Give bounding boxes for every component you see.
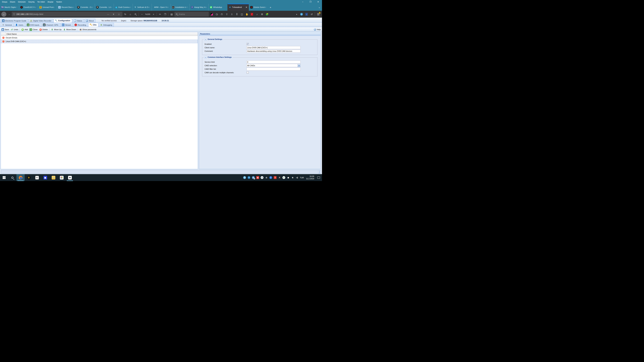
zoom-out-icon[interactable]: −	[140, 12, 144, 16]
tray-skype-dark-icon[interactable]: S	[248, 176, 250, 179]
status-column-header[interactable]	[1, 32, 6, 36]
tray-letter-a-icon[interactable]: A	[278, 176, 281, 179]
minimize-button[interactable]: –	[299, 0, 306, 4]
print-icon[interactable]: ⎙	[220, 12, 224, 16]
taskbar-mpc[interactable]: 321	[33, 174, 41, 181]
delete-button[interactable]: −Delete	[38, 28, 49, 31]
undo-button[interactable]: ↺Undo	[10, 28, 19, 31]
tray-usb-icon[interactable]: ⎙	[265, 176, 268, 179]
service-limit-field[interactable]	[246, 60, 300, 63]
move-down-button[interactable]: ⬇Move Down	[62, 28, 77, 31]
clone-button[interactable]: ❐Clone	[29, 28, 38, 31]
site-info-icon[interactable]: ⓘ	[13, 13, 15, 16]
spheres-extension-icon[interactable]: ◑	[294, 12, 299, 16]
tray-defender-icon[interactable]: ✔	[282, 176, 285, 179]
tvh-subtab-dvb-inputs[interactable]: ▥DVB Inputs	[26, 23, 41, 27]
browser-tab-2[interactable]: 1Unread Posts - L	[38, 4, 57, 11]
tvh-tab-electronic-program-guide[interactable]: ≣Electronic Program Guide	[1, 19, 28, 23]
comment-field[interactable]	[246, 50, 300, 53]
search-input[interactable]: Arama	[174, 12, 209, 16]
menu-görünüm[interactable]: Görünüm	[16, 0, 27, 4]
taskbar-musicbee[interactable]: ʘ	[25, 174, 33, 181]
tvh-subtab-debugging[interactable]: ⚙Debugging	[99, 23, 114, 27]
zoom-in-icon[interactable]: +	[151, 12, 156, 16]
caid-filter-list-field[interactable]	[246, 67, 300, 70]
session-restore-icon[interactable]: ↺	[310, 12, 314, 16]
taskbar-clock[interactable]: 19:3011.2.2019	[306, 175, 315, 180]
browser-tab-0[interactable]: TVMach1 Digital C	[0, 4, 19, 11]
login-link[interactable]: (login)	[121, 19, 126, 22]
client-row-1[interactable]: Linux DVB CAM (CI/CI+)	[1, 39, 198, 43]
menu-araçlar[interactable]: Araçlar	[46, 0, 55, 4]
music-lamp-icon[interactable]: ♪	[255, 12, 259, 16]
browser-tab-10[interactable]: fHangi Maç Hang	[190, 4, 208, 11]
browser-tab-9[interactable]: armInstallation in M	[170, 4, 190, 11]
caid-selection-select[interactable]: All CAIDs∨	[246, 64, 300, 67]
tray-eset-icon[interactable]: e	[260, 176, 264, 179]
browser-tab-1[interactable]: ⏻CoreELEC Forum	[19, 4, 38, 11]
client-name-field[interactable]	[246, 46, 300, 49]
client-row-0[interactable]: Oscam Emulu	[1, 36, 198, 39]
settings-gear-icon[interactable]: ⚙	[260, 12, 264, 16]
browser-tab-8[interactable]: ARM - Open Vision	[152, 4, 170, 11]
taskbar-mail[interactable]: ✉	[66, 174, 74, 181]
library-icon[interactable]: ⫼	[234, 12, 239, 16]
tvh-tab-digital-video-recorder[interactable]: ⇩Digital Video Recorder	[28, 19, 53, 23]
bookmark-star-icon[interactable]: ☆	[117, 12, 121, 16]
tvh-subtab-recording[interactable]: ●Recording	[73, 23, 88, 27]
menu-geçmiş[interactable]: Geçmiş	[27, 0, 36, 4]
browser-tab-11[interactable]: ✆WhatsApp	[208, 4, 228, 11]
dropdown-chevron-icon[interactable]: ∨	[298, 64, 300, 67]
restore-button[interactable]: ❐	[306, 0, 314, 4]
cut-icon[interactable]: ✂	[158, 12, 162, 16]
language-indicator[interactable]: TUR	[300, 177, 304, 179]
tray-temp-monitor-icon[interactable]: ‖	[274, 176, 276, 179]
tray-network-icon[interactable]: ⧉	[291, 176, 294, 179]
browser-tab-7[interactable]: ❦Softcam & Drea	[133, 4, 152, 11]
pocket-icon[interactable]: ⩔	[111, 12, 116, 16]
wand-extension-icon[interactable]: ⁄	[250, 12, 254, 16]
close-button[interactable]: ✕	[314, 0, 322, 4]
import-icon[interactable]: ⇩	[230, 12, 234, 16]
menu-dosya[interactable]: Dosya	[1, 0, 8, 4]
taskbar-firefox[interactable]	[16, 174, 25, 181]
tvh-tab-status[interactable]: ◉Status	[72, 19, 84, 23]
menu-düzen[interactable]: Düzen	[8, 0, 16, 4]
list-all-tabs-icon[interactable]: ⌄	[317, 4, 322, 11]
save-button[interactable]: ▦Save	[1, 28, 10, 31]
taskbar-search[interactable]	[8, 174, 16, 181]
help-button[interactable]: ? Help	[314, 28, 321, 31]
tray-ram-blocks-icon[interactable]: ▦	[287, 176, 290, 179]
tray-quasar-red-icon[interactable]: ◆	[256, 176, 259, 179]
taskbar-store[interactable]	[58, 174, 66, 181]
reload-icon[interactable]: ↻	[123, 12, 128, 16]
back-button[interactable]: ←	[1, 12, 6, 17]
save-page-icon[interactable]: ⇪	[224, 12, 229, 16]
paste-icon[interactable]: ▤	[170, 12, 174, 16]
tray-skype-light-icon[interactable]: S	[243, 176, 246, 179]
action-center-icon[interactable]	[317, 176, 320, 179]
tvh-subtab-cas[interactable]: CAs	[88, 23, 98, 27]
forward-button[interactable]: →	[7, 13, 11, 15]
new-tab-button[interactable]: +	[268, 4, 273, 11]
history-clock-icon[interactable]: ◷	[214, 12, 219, 16]
url-bar[interactable]: ⓘ 192.168.1.33:9981/extjs.html ⋯ ⩔ ☆	[12, 12, 122, 16]
download-manager-icon[interactable]: ↓	[304, 12, 309, 16]
tab-close-icon[interactable]: ✕	[245, 6, 248, 8]
tvh-subtab-users[interactable]: 👤Users	[14, 23, 25, 27]
tvh-subtab-channel-epg[interactable]: ▣Channel / EPG	[42, 23, 60, 27]
puzzle-extension-icon[interactable]: 🧩	[265, 12, 269, 16]
browser-tab-3[interactable]: ≡Recent Discussio	[57, 4, 76, 11]
browser-tab-6[interactable]: ◆Kodi Community	[114, 4, 133, 11]
search-glass-icon[interactable]	[133, 12, 138, 16]
tray-bluetooth-icon[interactable]: ᛒ	[269, 176, 272, 179]
copy-icon[interactable]: ❐	[163, 12, 167, 16]
tray-telegram-icon[interactable]: ➤2	[252, 176, 255, 179]
statusbar-expand-icon[interactable]: ∧∧	[318, 170, 320, 173]
browser-tab-5[interactable]: ʘCommits · LibreE	[95, 4, 114, 11]
menu-yardım[interactable]: Yardım	[55, 0, 63, 4]
tvh-subtab-general[interactable]: ⚒General	[1, 23, 14, 27]
collapse-icon[interactable]: ▲	[204, 56, 207, 58]
move-up-button[interactable]: ⬆Move Up	[50, 28, 62, 31]
browser-tab-13[interactable]: HGünün Sondakik	[249, 4, 268, 11]
